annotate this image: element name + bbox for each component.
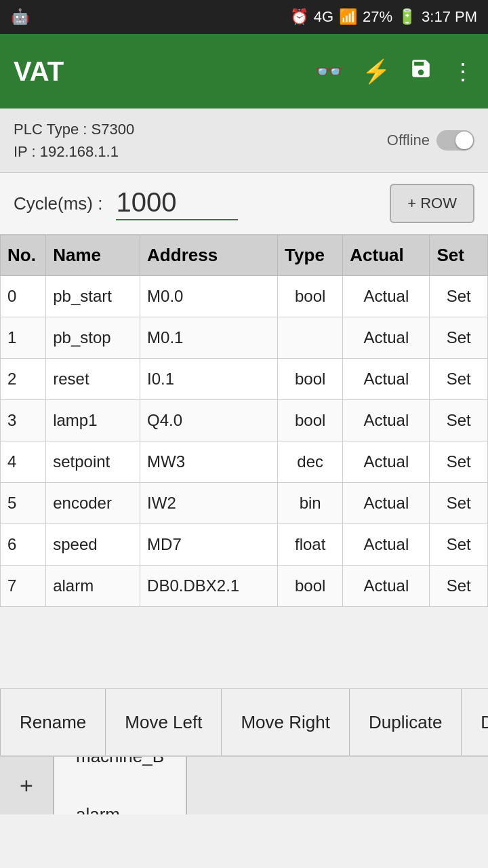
status-bar: 🤖 ⏰ 4G 📶 27% 🔋 3:17 PM: [0, 0, 488, 34]
table-row[interactable]: 0 pb_start M0.0 bool Actual Set: [1, 276, 488, 317]
table-row[interactable]: 4 setpoint MW3 dec Actual Set: [1, 441, 488, 483]
table-row[interactable]: 1 pb_stop M0.1 Actual Set: [1, 317, 488, 359]
add-tab-button[interactable]: +: [0, 757, 54, 815]
table-row[interactable]: 3 lamp1 Q4.0 bool Actual Set: [1, 400, 488, 441]
cell-set: Set: [430, 317, 488, 359]
cell-type: bin: [278, 483, 343, 524]
tab-item-machine_b[interactable]: machine_B: [54, 756, 187, 786]
col-header-actual: Actual: [343, 235, 430, 276]
tab-items-container: machine_Amachine_Balarmfe...: [54, 756, 187, 814]
cell-address: Q4.0: [140, 400, 278, 441]
battery-icon: 🔋: [398, 8, 416, 26]
offline-label: Offline: [387, 132, 430, 149]
lightning-icon[interactable]: ⚡: [362, 58, 390, 85]
battery-label: 27%: [363, 8, 392, 26]
action-btn-duplicate[interactable]: Duplicate: [350, 689, 462, 755]
cell-set: Set: [430, 566, 488, 607]
action-btn-move-right[interactable]: Move Right: [222, 689, 350, 755]
cycle-input[interactable]: [116, 187, 238, 220]
cell-actual: Actual: [343, 317, 430, 359]
offline-toggle[interactable]: [436, 130, 474, 151]
table-row[interactable]: 6 speed MD7 float Actual Set: [1, 524, 488, 566]
cycle-row: Cycle(ms) : + ROW: [0, 173, 488, 235]
plc-info-text: PLC Type : S7300 IP : 192.168.1.1: [14, 118, 134, 163]
cell-actual: Actual: [343, 524, 430, 566]
cell-no: 2: [1, 359, 46, 400]
plc-ip-label: IP : 192.168.1.1: [14, 140, 134, 163]
android-icon: 🤖: [11, 8, 29, 26]
table-container: No. Name Address Type Actual Set 0 pb_st…: [0, 235, 488, 607]
col-header-address: Address: [140, 235, 278, 276]
more-icon[interactable]: ⋮: [451, 58, 474, 85]
cell-address: IW2: [140, 483, 278, 524]
cell-set: Set: [430, 276, 488, 317]
table-row[interactable]: 2 reset I0.1 bool Actual Set: [1, 359, 488, 400]
status-bar-left: 🤖: [11, 8, 29, 26]
cell-actual: Actual: [343, 566, 430, 607]
glasses-icon[interactable]: 👓: [314, 58, 343, 85]
cell-actual: Actual: [343, 441, 430, 483]
cell-no: 0: [1, 276, 46, 317]
cell-type: float: [278, 524, 343, 566]
cell-actual: Actual: [343, 276, 430, 317]
plc-info-bar: PLC Type : S7300 IP : 192.168.1.1 Offlin…: [0, 108, 488, 173]
cell-type: bool: [278, 276, 343, 317]
cell-set: Set: [430, 441, 488, 483]
add-row-button[interactable]: + ROW: [390, 184, 474, 223]
cell-name: encoder: [46, 483, 140, 524]
cell-set: Set: [430, 400, 488, 441]
cell-address: M0.1: [140, 317, 278, 359]
cell-address: MW3: [140, 441, 278, 483]
cell-name: lamp1: [46, 400, 140, 441]
signal-icon: 📶: [339, 8, 357, 26]
toolbar: VAT 👓 ⚡ ⋮: [0, 34, 488, 108]
cell-set: Set: [430, 483, 488, 524]
cell-address: MD7: [140, 524, 278, 566]
action-btn-move-left[interactable]: Move Left: [106, 689, 222, 755]
col-header-name: Name: [46, 235, 140, 276]
save-icon[interactable]: [409, 57, 432, 85]
alarm-icon: ⏰: [290, 8, 308, 26]
cell-set: Set: [430, 359, 488, 400]
table-row[interactable]: 5 encoder IW2 bin Actual Set: [1, 483, 488, 524]
tab-bar: + machine_Amachine_Balarmfe...: [0, 756, 488, 814]
cell-name: pb_stop: [46, 317, 140, 359]
cell-address: I0.1: [140, 359, 278, 400]
offline-container: Offline: [387, 130, 474, 151]
tab-item-alarm[interactable]: alarm: [54, 786, 187, 815]
cell-name: pb_start: [46, 276, 140, 317]
table-header-row: No. Name Address Type Actual Set: [1, 235, 488, 276]
cell-no: 7: [1, 566, 46, 607]
plc-type-label: PLC Type : S7300: [14, 118, 134, 140]
cycle-label: Cycle(ms) :: [14, 193, 102, 214]
cell-type: bool: [278, 359, 343, 400]
action-btn-rename[interactable]: Rename: [0, 689, 106, 755]
cell-address: DB0.DBX2.1: [140, 566, 278, 607]
col-header-type: Type: [278, 235, 343, 276]
cell-no: 3: [1, 400, 46, 441]
time-label: 3:17 PM: [422, 8, 477, 26]
col-header-set: Set: [430, 235, 488, 276]
cell-name: alarm: [46, 566, 140, 607]
cell-address: M0.0: [140, 276, 278, 317]
cell-type: bool: [278, 566, 343, 607]
toolbar-icons: 👓 ⚡ ⋮: [314, 57, 474, 85]
cell-type: [278, 317, 343, 359]
cell-no: 4: [1, 441, 46, 483]
empty-space: [0, 607, 488, 688]
cell-actual: Actual: [343, 359, 430, 400]
toggle-knob: [455, 132, 473, 149]
data-table: No. Name Address Type Actual Set 0 pb_st…: [0, 235, 488, 607]
cell-name: speed: [46, 524, 140, 566]
cell-name: reset: [46, 359, 140, 400]
cell-set: Set: [430, 524, 488, 566]
cell-no: 1: [1, 317, 46, 359]
bottom-action-bar: RenameMove LeftMove RightDuplicateDelete: [0, 688, 488, 756]
cell-actual: Actual: [343, 400, 430, 441]
cell-type: dec: [278, 441, 343, 483]
action-btn-delete[interactable]: Delete: [462, 689, 488, 755]
status-bar-right: ⏰ 4G 📶 27% 🔋 3:17 PM: [290, 8, 477, 26]
table-row[interactable]: 7 alarm DB0.DBX2.1 bool Actual Set: [1, 566, 488, 607]
cell-type: bool: [278, 400, 343, 441]
cell-no: 5: [1, 483, 46, 524]
